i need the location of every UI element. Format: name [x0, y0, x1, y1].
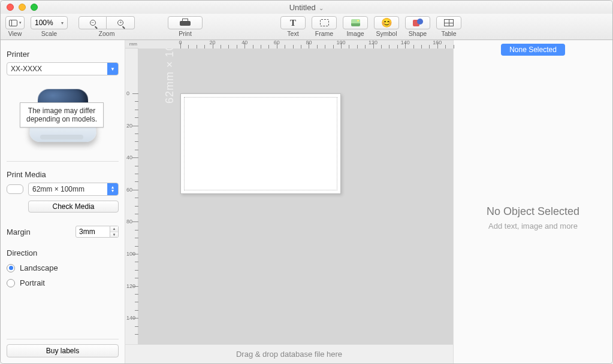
media-shape-icon — [7, 184, 23, 194]
printer-select-value: XX-XXXX — [7, 65, 107, 73]
right-inspector: None Selected No Object Selected Add tex… — [453, 40, 612, 363]
image-tool-label: Image — [346, 30, 364, 37]
canvas-region: mm 020406080100120140160 020406080100120… — [125, 40, 453, 363]
smiley-icon: 😊 — [381, 17, 392, 28]
table-tool-button[interactable] — [436, 16, 461, 29]
printable-area-guide — [184, 97, 337, 190]
margin-step-up[interactable]: ▲ — [110, 226, 118, 232]
zoom-in-button[interactable]: + — [107, 16, 135, 29]
printer-tooltip: The image may differ depending on models… — [20, 102, 104, 128]
chevron-down-icon: ▼ — [107, 63, 118, 75]
label-artboard[interactable] — [180, 93, 341, 194]
scale-combo[interactable]: 100% ▾ — [31, 16, 68, 29]
margin-heading: Margin — [7, 228, 31, 236]
frame-tool-section: Frame — [312, 16, 337, 37]
symbol-tool-label: Symbol — [376, 30, 397, 37]
portrait-radio[interactable] — [7, 279, 15, 287]
print-label: Print — [179, 30, 192, 37]
margin-input[interactable] — [76, 226, 110, 238]
up-down-arrows-icon: ▴▾ — [107, 183, 118, 195]
media-heading: Print Media — [7, 170, 119, 179]
zoom-out-icon: − — [90, 20, 96, 26]
inspector-empty-state: No Object Selected Add text, image and m… — [487, 205, 579, 230]
buy-labels-button[interactable]: Buy labels — [7, 344, 119, 357]
direction-heading: Direction — [7, 248, 119, 257]
printer-select[interactable]: XX-XXXX ▼ — [7, 62, 119, 75]
selection-chip[interactable]: None Selected — [501, 44, 565, 56]
chevron-down-icon: ▾ — [19, 20, 22, 25]
empty-title: No Object Selected — [487, 205, 579, 218]
margin-stepper: ▲ ▼ — [110, 226, 119, 238]
canvas-drop-hint[interactable]: Drag & drop database file here — [125, 344, 453, 363]
shapes-icon — [413, 19, 423, 27]
zoom-in-icon: + — [117, 20, 123, 26]
frame-tool-button[interactable] — [312, 16, 337, 29]
zoom-out-button[interactable]: − — [78, 16, 107, 29]
design-canvas[interactable]: 62mm × 100mm — [138, 48, 453, 344]
empty-subtitle: Add text, image and more — [487, 222, 579, 230]
window-titlebar: Untitled ⌄ — [1, 1, 612, 14]
landscape-label: Landscape — [20, 263, 58, 272]
vertical-ruler: 020406080100120140 — [125, 48, 138, 344]
zoom-section: − + Zoom — [78, 16, 135, 37]
margin-step-down[interactable]: ▼ — [110, 232, 118, 238]
image-tool-section: Image — [343, 16, 368, 37]
zoom-label: Zoom — [99, 30, 115, 37]
symbol-tool-button[interactable]: 😊 — [374, 16, 399, 29]
document-title[interactable]: Untitled ⌄ — [1, 3, 612, 12]
printer-icon — [180, 19, 191, 27]
media-select-value: 62mm × 100mm — [29, 185, 107, 193]
view-label: View — [8, 30, 22, 37]
portrait-label: Portrait — [20, 278, 45, 287]
panel-toggle-icon — [9, 20, 17, 26]
scale-label: Scale — [41, 30, 57, 37]
text-tool-section: T Text — [280, 16, 306, 37]
scale-value: 100% — [35, 19, 53, 27]
ruler-unit: mm — [125, 40, 138, 48]
image-tool-button[interactable] — [343, 16, 368, 29]
tooltip-line: depending on models. — [26, 115, 97, 123]
symbol-tool-section: 😊 Symbol — [374, 16, 399, 37]
printer-heading: Printer — [7, 50, 119, 59]
shape-tool-section: Shape — [405, 16, 430, 37]
portrait-radio-row[interactable]: Portrait — [7, 278, 119, 287]
table-tool-label: Table — [441, 30, 456, 37]
media-select[interactable]: 62mm × 100mm ▴▾ — [28, 183, 119, 196]
image-icon — [351, 19, 360, 26]
frame-icon — [320, 19, 329, 26]
text-tool-label: Text — [287, 30, 298, 37]
shape-tool-label: Shape — [409, 30, 427, 37]
print-button[interactable] — [168, 16, 203, 29]
landscape-radio-row[interactable]: Landscape — [7, 263, 119, 272]
check-media-button[interactable]: Check Media — [28, 201, 119, 213]
print-section: Print — [168, 16, 203, 37]
left-sidebar: Printer XX-XXXX ▼ The image may differ d… — [1, 40, 125, 363]
view-button[interactable]: ▾ — [5, 16, 25, 29]
chevron-down-icon: ⌄ — [319, 5, 324, 11]
printer-preview: The image may differ depending on models… — [7, 83, 119, 151]
tooltip-line: The image may differ — [26, 107, 97, 115]
document-title-text: Untitled — [289, 3, 316, 12]
main-toolbar: ▾ View 100% ▾ Scale − + Zoom Print — [1, 14, 612, 40]
canvas-dimension-caption: 62mm × 100mm — [164, 48, 176, 104]
chevron-down-icon: ▾ — [61, 20, 64, 26]
table-icon — [444, 19, 454, 26]
text-icon: T — [290, 18, 296, 28]
frame-tool-label: Frame — [315, 30, 333, 37]
scale-section: 100% ▾ Scale — [31, 16, 68, 37]
text-tool-button[interactable]: T — [280, 16, 306, 29]
view-section: ▾ View — [5, 16, 25, 37]
table-tool-section: Table — [436, 16, 461, 37]
shape-tool-button[interactable] — [405, 16, 430, 29]
landscape-radio[interactable] — [7, 264, 15, 272]
